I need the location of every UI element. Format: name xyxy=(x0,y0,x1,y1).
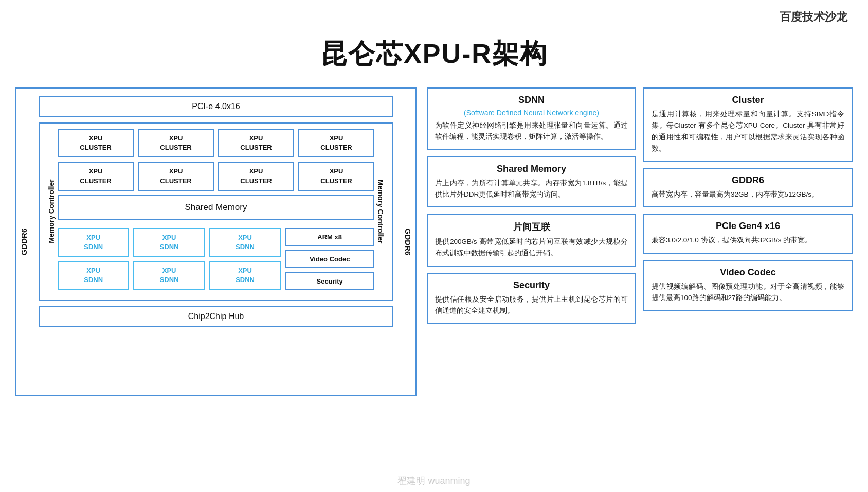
info-col-right: Cluster 是通用计算核，用来处理标量和向量计算。支持SIMD指令集。每Cl… xyxy=(643,87,853,324)
sdnn-row-1: XPUSDNN XPUSDNN XPUSDNN xyxy=(58,228,281,257)
right-col: ARM x8 Video Codec Security xyxy=(285,228,374,290)
gddr6-left-label: GDDR6 xyxy=(20,229,28,256)
gddr6-text: 高带宽内存，容量最高为32GB，内存带宽512GB/s。 xyxy=(652,189,844,200)
info-panel-pcie: PCIe Gen4 x16 兼容3.0/2.0/1.0 协议，提供双向共32GB… xyxy=(643,214,853,253)
xpu-sdnn-5: XPUSDNN xyxy=(133,261,205,290)
xpu-cluster-6: XPUCLUSTER xyxy=(138,162,214,190)
info-panel-shared-memory: Shared Memory 片上内存，为所有计算单元共享。内存带宽为1.8TB/… xyxy=(427,156,636,208)
xpu-cluster-1: XPUCLUSTER xyxy=(58,129,134,157)
page-container: 百度技术沙龙 昆仑芯XPU-R架构 GDDR6 GDDR6 PCI-e 4.0x… xyxy=(0,0,868,492)
xpu-cluster-5: XPUCLUSTER xyxy=(58,162,134,190)
sdnn-row-2: XPUSDNN XPUSDNN XPUSDNN xyxy=(58,261,281,290)
pcie-title: PCIe Gen4 x16 xyxy=(652,221,844,232)
sdnn-col: XPUSDNN XPUSDNN XPUSDNN XPUSDNN XPUSDNN … xyxy=(58,228,281,290)
xpu-sdnn-6: XPUSDNN xyxy=(209,261,281,290)
pcie-text: 兼容3.0/2.0/1.0 协议，提供双向共32GB/s 的带宽。 xyxy=(652,235,844,246)
xpu-cluster-7: XPUCLUSTER xyxy=(218,162,294,190)
security-text: 提供信任根及安全启动服务，提供片上主机到昆仑芯片的可信通道的安全建立机制。 xyxy=(435,294,628,317)
xpu-cluster-3: XPUCLUSTER xyxy=(218,129,294,157)
xpu-sdnn-3: XPUSDNN xyxy=(209,228,281,257)
chip2chip-box: Chip2Chip Hub xyxy=(39,306,393,327)
cluster-text: 是通用计算核，用来处理标量和向量计算。支持SIMD指令集。每Cluster 有多… xyxy=(652,109,844,154)
video-codec-title: Video Codec xyxy=(652,267,844,278)
xpu-cluster-4: XPUCLUSTER xyxy=(298,129,374,157)
security-title: Security xyxy=(435,280,628,291)
pcie-box: PCI-e 4.0x16 xyxy=(39,96,393,117)
security-box: Security xyxy=(285,272,374,290)
diagram-area: GDDR6 GDDR6 PCI-e 4.0x16 Memory Controll… xyxy=(15,87,417,396)
gddr6-right-label: GDDR6 xyxy=(404,229,412,256)
diagram-inner: GDDR6 GDDR6 PCI-e 4.0x16 Memory Controll… xyxy=(39,96,393,327)
sdnn-subtitle: (Software Defined Neural Network engine) xyxy=(435,109,628,117)
sdnn-text: 为软件定义神经网络引擎是用来处理张量和向量运算。通过软件编程，能灵活实现卷积，矩… xyxy=(435,120,628,143)
memory-controller-right: Memory Controller xyxy=(374,129,387,294)
info-col-left: SDNN (Software Defined Neural Network en… xyxy=(427,87,636,324)
info-panel-security: Security 提供信任根及安全启动服务，提供片上主机到昆仑芯片的可信通道的安… xyxy=(427,273,636,324)
info-panel-video-codec: Video Codec 提供视频编解码、图像预处理功能。对于全高清视频，能够提供… xyxy=(643,260,853,311)
xpu-sdnn-2: XPUSDNN xyxy=(133,228,205,257)
info-panel-interconnect: 片间互联 提供200GB/s 高带宽低延时的芯片间互联有效减少大规模分布式训练中… xyxy=(427,214,636,267)
shared-memory-text: 片上内存，为所有计算单元共享。内存带宽为1.8TB/s，能提供比片外DDR更低延… xyxy=(435,178,628,201)
info-panel-gddr6: GDDR6 高带宽内存，容量最高为32GB，内存带宽512GB/s。 xyxy=(643,168,853,207)
info-area: SDNN (Software Defined Neural Network en… xyxy=(427,87,853,324)
cluster-row-2: XPUCLUSTER XPUCLUSTER XPUCLUSTER XPUCLUS… xyxy=(58,162,374,190)
shared-memory-title: Shared Memory xyxy=(435,164,628,174)
video-codec-box: Video Codec xyxy=(285,250,374,268)
xpu-cluster-2: XPUCLUSTER xyxy=(138,129,214,157)
video-codec-text: 提供视频编解码、图像预处理功能。对于全高清视频，能够提供最高100路的解码和27… xyxy=(652,281,844,304)
info-panel-cluster: Cluster 是通用计算核，用来处理标量和向量计算。支持SIMD指令集。每Cl… xyxy=(643,87,853,162)
brand-label: 百度技术沙龙 xyxy=(780,9,847,25)
main-title: 昆仑芯XPU-R架构 xyxy=(15,36,853,72)
xpu-sdnn-1: XPUSDNN xyxy=(58,228,129,257)
shared-memory-box: Shared Memory xyxy=(58,195,374,220)
interconnect-text: 提供200GB/s 高带宽低延时的芯片间互联有效减少大规模分布式训练中数据传输引… xyxy=(435,236,628,259)
info-panel-sdnn: SDNN (Software Defined Neural Network en… xyxy=(427,87,636,150)
memory-controller-left: Memory Controller xyxy=(45,129,58,294)
sdnn-title: SDNN xyxy=(435,95,628,106)
clusters-inner: XPUCLUSTER XPUCLUSTER XPUCLUSTER XPUCLUS… xyxy=(58,129,374,294)
cluster-title: Cluster xyxy=(652,95,844,106)
content-area: GDDR6 GDDR6 PCI-e 4.0x16 Memory Controll… xyxy=(15,87,853,396)
gddr6-title: GDDR6 xyxy=(652,175,844,186)
cluster-row-1: XPUCLUSTER XPUCLUSTER XPUCLUSTER XPUCLUS… xyxy=(58,129,374,157)
xpu-sdnn-4: XPUSDNN xyxy=(58,261,129,290)
interconnect-title: 片间互联 xyxy=(435,221,628,233)
xpu-cluster-8: XPUCLUSTER xyxy=(298,162,374,190)
clusters-area: Memory Controller XPUCLUSTER XPUCLUSTER … xyxy=(39,122,393,301)
bottom-row: XPUSDNN XPUSDNN XPUSDNN XPUSDNN XPUSDNN … xyxy=(58,228,374,290)
watermark: 翟建明 wuanming xyxy=(397,475,470,487)
arm-box: ARM x8 xyxy=(285,228,374,246)
